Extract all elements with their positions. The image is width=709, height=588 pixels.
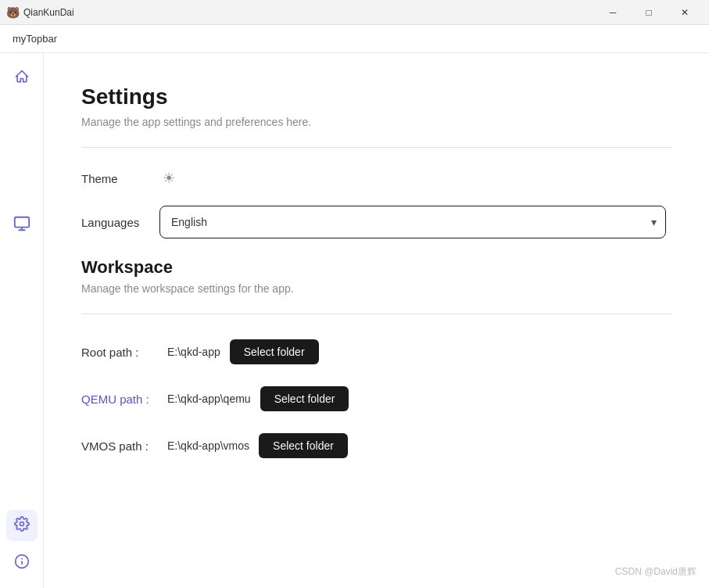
root-path-select-folder-button[interactable]: Select folder [230,339,319,364]
maximize-button[interactable]: □ [631,0,667,25]
vmos-path-label: VMOS path : [81,439,167,453]
title-bar: 🐻 QianKunDai ─ □ ✕ [0,0,709,25]
theme-row: Theme ☀ [81,170,671,187]
sidebar-item-home[interactable] [6,63,38,94]
info-icon [14,554,30,573]
svg-point-3 [20,522,23,525]
workspace-section: Workspace Manage the workspace settings … [81,257,671,458]
settings-divider [81,147,671,148]
root-path-label: Root path : [81,346,167,359]
vmos-path-row: VMOS path : E:\qkd-app\vmos Select folde… [81,433,671,458]
vmos-path-value: E:\qkd-app\vmos [167,439,249,452]
app-title: QianKunDai [23,7,74,18]
root-path-value: E:\qkd-app [167,346,220,358]
languages-row: Languages English Chinese Japanese Korea… [81,206,671,238]
workspace-divider [81,314,671,314]
sidebar [0,53,44,588]
topbar-label: myTopbar [13,33,57,45]
language-select-wrapper: English Chinese Japanese Korean ▾ [159,206,666,238]
languages-label: Languages [81,216,159,229]
settings-icon [14,516,30,536]
root-path-row: Root path : E:\qkd-app Select folder [81,339,671,364]
workspace-subtitle: Manage the workspace settings for the ap… [81,282,671,295]
watermark: CSDN @David唐辉 [615,565,696,579]
theme-label: Theme [81,172,159,185]
title-bar-controls: ─ □ ✕ [595,0,703,25]
qemu-path-select-folder-button[interactable]: Select folder [260,386,349,411]
content-area: Settings Manage the app settings and pre… [44,53,709,588]
main-layout: Settings Manage the app settings and pre… [0,53,709,588]
vmos-path-select-folder-button[interactable]: Select folder [259,433,348,458]
title-bar-left: 🐻 QianKunDai [6,6,74,19]
qemu-path-value: E:\qkd-app\qemu [167,393,251,405]
page-subtitle: Manage the app settings and preferences … [81,116,671,128]
minimize-button[interactable]: ─ [595,0,631,25]
monitor-icon [13,215,30,236]
page-title: Settings [81,84,671,109]
language-select[interactable]: English Chinese Japanese Korean [159,206,666,238]
sidebar-item-info[interactable] [6,547,38,579]
home-icon [14,69,30,88]
qemu-path-row: QEMU path : E:\qkd-app\qemu Select folde… [81,386,671,411]
app-icon: 🐻 [6,6,19,19]
close-button[interactable]: ✕ [667,0,703,25]
sidebar-item-settings[interactable] [6,510,38,541]
qemu-path-label: QEMU path : [81,393,167,406]
sidebar-item-monitor[interactable] [6,210,38,241]
top-bar: myTopbar [0,25,709,53]
workspace-title: Workspace [81,257,671,278]
svg-rect-0 [14,217,28,227]
theme-toggle-icon[interactable]: ☀ [163,170,175,187]
